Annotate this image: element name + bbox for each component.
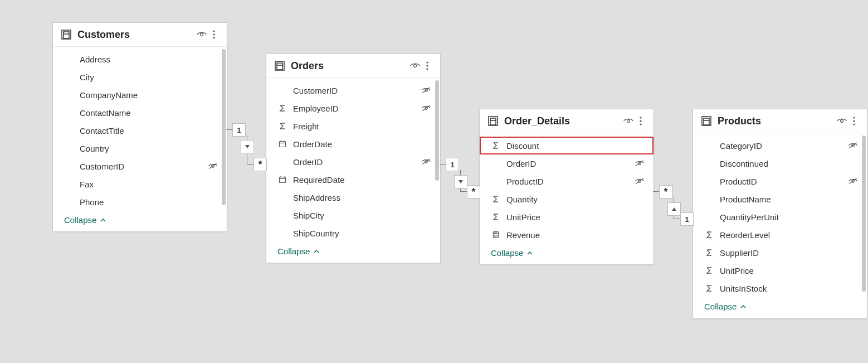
field-row[interactable]: ShipCountry [266,224,440,242]
svg-rect-42 [494,233,498,234]
blank-icon [491,176,501,186]
relationship-line[interactable] [460,170,461,175]
field-row[interactable]: Revenue [480,226,654,244]
collapse-button[interactable]: Collapse [53,211,227,231]
model-canvas[interactable]: Customers AddressCityCompanyNameContactN… [0,0,868,363]
sigma-icon [491,212,501,222]
relationship-line[interactable] [674,197,674,202]
field-row[interactable]: OrderDate [266,135,440,153]
collapse-button[interactable]: Collapse [266,242,440,263]
field-name: ReorderLevel [720,230,858,240]
visibility-toggle[interactable] [622,115,635,127]
field-name: QuantityPerUnit [720,212,858,222]
field-row[interactable]: CategoryID [693,137,867,154]
field-row[interactable]: Freight [266,117,440,135]
relationship-line[interactable] [653,191,659,192]
chevron-up-icon [526,250,533,256]
relationship-line[interactable] [247,135,247,140]
more-options-button[interactable] [848,115,860,127]
field-name: ProductName [720,195,858,204]
field-row[interactable]: SupplierID [693,244,867,262]
field-row[interactable]: Phone [53,193,227,211]
relationship-line[interactable] [460,191,467,192]
field-name: ShipCountry [293,229,431,238]
more-options-button[interactable] [635,115,647,127]
relationship-line[interactable] [674,219,680,219]
field-row[interactable]: EmployeeID [266,99,440,117]
field-row[interactable]: OrderID [266,153,440,171]
field-row[interactable]: ProductID [693,172,867,190]
field-name: Freight [293,122,431,131]
svg-rect-20 [280,142,286,147]
field-row[interactable]: Quantity [480,190,654,208]
blank-icon [704,158,714,168]
relationship-line[interactable] [247,164,253,164]
scrollbar[interactable] [860,133,867,297]
blank-icon [491,158,501,168]
svg-point-55 [853,123,855,125]
visibility-toggle[interactable] [836,115,848,127]
field-name: Quantity [506,195,645,204]
calendar-icon [277,139,287,149]
field-row[interactable]: ShipAddress [266,188,440,206]
blank-icon [277,85,287,95]
field-row[interactable]: Address [53,50,227,68]
field-row[interactable]: RequiredDate [266,171,440,188]
field-name: UnitPrice [506,212,645,222]
relationship-line[interactable] [247,152,247,164]
field-row[interactable]: ContactName [53,104,227,122]
table-header-products: Products [693,109,867,133]
blank-icon [277,157,287,167]
field-row[interactable]: ContactTitle [53,122,227,139]
field-name: ContactName [80,108,218,118]
field-name: Discontinued [720,159,858,168]
scrollbar[interactable] [433,78,440,242]
field-list: AddressCityCompanyNameContactNameContact… [53,47,227,211]
table-card-products[interactable]: Products CategoryIDDiscontinuedProductID… [693,109,867,318]
field-row[interactable]: QuantityPerUnit [693,208,867,226]
field-name: Phone [80,197,218,207]
svg-point-34 [640,117,641,118]
svg-point-43 [494,235,495,236]
table-title: Customers [77,29,196,41]
field-row[interactable]: ShipCity [266,206,440,224]
more-options-button[interactable] [421,60,433,72]
table-card-customers[interactable]: Customers AddressCityCompanyNameContactN… [52,22,227,232]
field-row[interactable]: OrderID [480,154,654,172]
hidden-icon [635,158,645,168]
field-row[interactable]: City [53,68,227,86]
collapse-button[interactable]: Collapse [480,244,654,264]
more-options-button[interactable] [208,28,220,41]
field-name: OrderID [293,157,421,167]
chevron-up-icon [100,217,106,224]
field-row[interactable]: Discontinued [693,154,867,172]
collapse-label: Collapse [491,248,523,258]
blank-icon [64,125,74,135]
table-card-order-details[interactable]: Order_Details DiscountOrderIDProductIDQu… [479,109,654,265]
field-name: Address [80,55,218,64]
visibility-toggle[interactable] [409,60,421,72]
field-row[interactable]: UnitsInStock [693,279,867,297]
field-row[interactable]: CompanyName [53,86,227,104]
field-row[interactable]: ProductName [693,190,867,208]
collapse-button[interactable]: Collapse [693,297,867,318]
blank-icon [64,54,74,64]
field-row[interactable]: UnitPrice [693,262,867,279]
field-row[interactable]: CustomerID [53,157,227,175]
svg-point-54 [853,120,855,122]
field-row[interactable]: Discount [480,137,654,154]
field-row[interactable]: CustomerID [266,81,440,99]
field-name: UnitPrice [720,266,858,275]
field-row[interactable]: ReorderLevel [693,226,867,244]
relationship-line[interactable] [440,164,446,164]
hidden-icon [848,176,858,186]
table-card-orders[interactable]: Orders CustomerIDEmployeeIDFreightOrderD… [266,54,441,263]
blank-icon [277,228,287,238]
scrollbar[interactable] [220,47,227,211]
field-row[interactable]: Country [53,139,227,157]
relationship-line[interactable] [226,129,232,130]
field-row[interactable]: ProductID [480,172,654,190]
visibility-toggle[interactable] [196,28,208,41]
field-row[interactable]: UnitPrice [480,208,654,226]
field-row[interactable]: Fax [53,175,227,193]
